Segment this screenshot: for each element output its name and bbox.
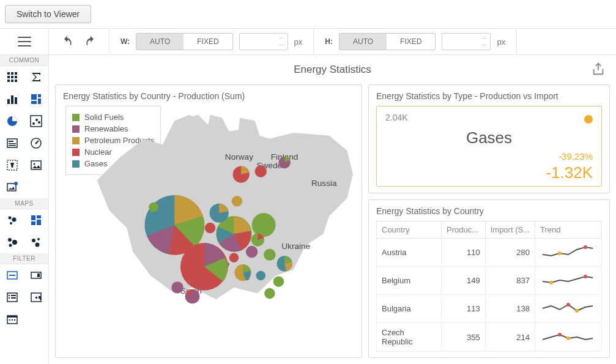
- svg-point-34: [10, 222, 12, 225]
- menu-button[interactable]: [0, 29, 49, 54]
- pie-romania[interactable]: [277, 256, 292, 271]
- pie-denmark[interactable]: [232, 196, 243, 207]
- pie-bulgaria[interactable]: [273, 276, 284, 287]
- svg-point-29: [34, 163, 35, 165]
- table-row[interactable]: Bulgaria 113 138: [377, 295, 602, 323]
- table-card[interactable]: Energy Statistics by Country Country Pro…: [368, 199, 610, 358]
- map-card[interactable]: Energy Statistics by Country - Productio…: [55, 84, 362, 358]
- pie-hungary[interactable]: [264, 249, 275, 261]
- pie-czech[interactable]: [251, 233, 264, 246]
- col-production[interactable]: Produc...: [441, 221, 485, 239]
- tool-bar-chart[interactable]: [0, 88, 24, 110]
- tool-range-filter[interactable]: [0, 264, 24, 286]
- tool-tree-filter[interactable]: [24, 286, 49, 308]
- tool-bound-image[interactable]: [0, 176, 24, 198]
- cell-country: Belgium: [377, 267, 442, 295]
- svg-point-32: [8, 217, 11, 220]
- tool-image[interactable]: [24, 154, 49, 176]
- pie-norway[interactable]: [233, 166, 250, 182]
- tool-choropleth[interactable]: [24, 209, 49, 231]
- pie-italy[interactable]: [234, 264, 251, 281]
- width-input[interactable]: [239, 33, 288, 50]
- svg-point-71: [584, 245, 587, 249]
- tool-bubble-map[interactable]: [0, 209, 24, 231]
- tool-combo-filter[interactable]: [24, 264, 49, 286]
- sidebar-section-maps: MAPS: [0, 198, 48, 209]
- svg-rect-59: [14, 319, 15, 321]
- export-icon[interactable]: [592, 62, 605, 76]
- pie-greece[interactable]: [264, 288, 275, 299]
- svg-rect-13: [38, 94, 41, 97]
- tool-date-filter[interactable]: [0, 308, 24, 330]
- svg-rect-3: [7, 76, 10, 78]
- svg-rect-23: [9, 143, 16, 144]
- svg-rect-7: [11, 80, 13, 82]
- tool-list-filter[interactable]: [0, 286, 24, 308]
- col-trend[interactable]: Trend: [535, 221, 602, 239]
- pie-spain[interactable]: [185, 289, 200, 303]
- cell-production: 113: [441, 295, 485, 323]
- tool-card[interactable]: [0, 132, 24, 154]
- table-row[interactable]: Austria 110 280: [377, 239, 602, 267]
- cell-import: 214: [485, 323, 535, 352]
- kpi-pct: -39.23%: [558, 151, 593, 162]
- pie-belgium[interactable]: [205, 223, 216, 234]
- pie-finland[interactable]: [278, 157, 290, 168]
- height-fixed-option[interactable]: FIXED: [387, 34, 435, 50]
- table-card-title: Energy Statistics by Country: [376, 206, 602, 216]
- svg-rect-22: [9, 141, 13, 142]
- svg-rect-52: [9, 297, 10, 299]
- col-import[interactable]: Import (S...: [485, 221, 535, 239]
- europe-map[interactable]: Norway Sweden Finland Russia Ukraine Ita…: [81, 109, 363, 329]
- pie-poland[interactable]: [252, 213, 276, 237]
- pie-netherlands[interactable]: [210, 204, 229, 223]
- svg-point-44: [35, 243, 40, 247]
- tool-blank: [24, 176, 49, 198]
- pie-switzerland[interactable]: [229, 253, 239, 262]
- tool-gauge[interactable]: [24, 132, 49, 154]
- sparkline-icon: [540, 243, 596, 259]
- tool-grid[interactable]: [0, 66, 24, 88]
- svg-rect-5: [15, 76, 17, 78]
- tool-text[interactable]: [0, 154, 24, 176]
- tool-blank-filter: [24, 308, 49, 330]
- svg-rect-4: [11, 76, 13, 78]
- tool-pie[interactable]: [0, 110, 24, 132]
- svg-point-41: [9, 244, 12, 247]
- height-auto-option[interactable]: AUTO: [340, 34, 387, 50]
- table-row[interactable]: Czech Republic 355 214: [377, 323, 602, 352]
- pie-sweden[interactable]: [255, 165, 267, 177]
- height-mode-segment[interactable]: AUTO FIXED: [339, 33, 436, 50]
- col-country[interactable]: Country: [377, 221, 442, 239]
- pie-austria[interactable]: [246, 246, 258, 258]
- sparkline-icon: [540, 300, 596, 316]
- kpi-card[interactable]: Energy Statistics by Type - Production v…: [368, 84, 610, 193]
- width-fixed-option[interactable]: FIXED: [184, 34, 232, 50]
- map-card-title: Energy Statistics by Country - Productio…: [63, 91, 354, 101]
- table-row[interactable]: Belgium 149 837: [377, 267, 602, 295]
- svg-rect-1: [11, 72, 13, 75]
- redo-icon[interactable]: [84, 35, 97, 48]
- pie-ireland[interactable]: [149, 202, 158, 212]
- svg-rect-36: [37, 215, 41, 218]
- width-unit: px: [294, 37, 303, 46]
- svg-rect-35: [31, 215, 35, 220]
- tool-scatter[interactable]: [24, 110, 49, 132]
- switch-to-viewer-button[interactable]: Switch to Viewer: [5, 5, 91, 23]
- tool-treemap[interactable]: [24, 88, 49, 110]
- height-unit: px: [497, 37, 505, 46]
- sparkline-icon: [540, 329, 596, 344]
- tool-geo-point[interactable]: [24, 231, 49, 253]
- pie-croatia[interactable]: [256, 271, 265, 281]
- tool-pie-map[interactable]: [0, 231, 24, 253]
- sidebar-section-filter: FILTER: [0, 253, 48, 264]
- tool-sigma[interactable]: [24, 66, 49, 88]
- width-auto-option[interactable]: AUTO: [136, 34, 184, 50]
- height-input[interactable]: [442, 33, 491, 50]
- width-mode-segment[interactable]: AUTO FIXED: [136, 33, 232, 50]
- undo-icon[interactable]: [61, 35, 73, 48]
- svg-rect-12: [31, 94, 37, 100]
- svg-rect-2: [15, 72, 17, 75]
- pie-france[interactable]: [180, 243, 228, 291]
- pie-portugal[interactable]: [171, 281, 183, 293]
